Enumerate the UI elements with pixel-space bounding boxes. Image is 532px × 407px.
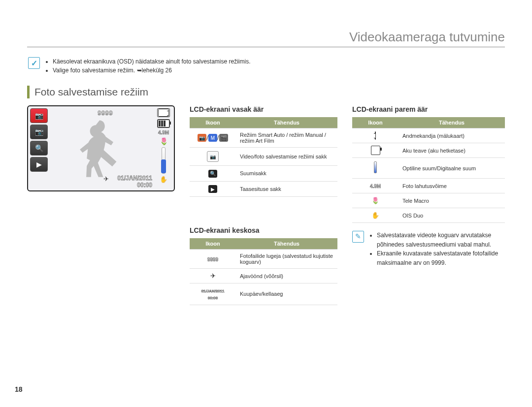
section-title: Foto salvestamise režiim	[34, 86, 148, 98]
card-icon	[157, 108, 170, 117]
lcd-right-strip: 4.9M 🌷 ✋	[155, 108, 172, 183]
battery-icon	[157, 119, 170, 128]
lcd-date: 01/JAN/2011	[117, 175, 152, 182]
cell-meaning: Fotofailide lugeja (salvestatud kujutist…	[236, 250, 337, 269]
cell-meaning: Taasesituse sakk	[236, 181, 337, 197]
battery-icon	[352, 143, 399, 158]
macro-icon: 🌷	[352, 193, 399, 208]
right-table: Ikoon Tähendus Andmekandja (mälukaart) A…	[352, 117, 505, 223]
lcd-left-tabs: 📷 📷 🔍 ▶	[30, 108, 47, 172]
timezone-icon: ✈	[190, 269, 236, 283]
th-meaning: Tähendus	[236, 238, 337, 250]
table-row: 9999 Fotofailide lugeja (salvestatud kuj…	[190, 250, 337, 269]
table-row: ▶ Taasesituse sakk	[190, 181, 337, 197]
content-columns: 📷 📷 🔍 ▶ 9999 4.9M 🌷 ✋	[27, 105, 505, 305]
page-number: 18	[15, 385, 23, 393]
datetime-icon: 01/JAN/2011 00:00	[190, 283, 236, 305]
table-row: ✋ OIS Duo	[352, 208, 505, 223]
bottom-note-item: Ekraanile kuvatavate salvestatavate foto…	[377, 249, 505, 267]
lcd-counter: 9999	[98, 109, 113, 117]
bottom-note-list: Salvestatavate videote koguarv arvutatak…	[369, 231, 505, 267]
table-row: Optiline suum/Digitaalne suum	[352, 158, 505, 179]
table-row: 4.9M Foto lahutusvõime	[352, 179, 505, 193]
lcd-time: 00:00	[137, 182, 152, 188]
cell-meaning: Andmekandja (mälukaart)	[399, 128, 505, 143]
ois-icon: ✋	[352, 208, 399, 223]
th-meaning: Tähendus	[236, 117, 337, 128]
table-row: 📷 Video/foto salvestamise režiimi sakk	[190, 148, 337, 166]
top-note-item: Valige foto salvestamise režiim. ➥lehekü…	[53, 66, 251, 75]
cell-meaning: Ajavöönd (võõrsil)	[236, 269, 337, 283]
table-row: 🌷 Tele Macro	[352, 193, 505, 208]
top-callout: ✓ Käesolevat ekraanikuva (OSD) näidataks…	[28, 57, 505, 75]
play-tab-icon: ▶	[190, 181, 236, 197]
table-row: Aku teave (aku hetketase)	[352, 143, 505, 158]
check-icon: ✓	[28, 57, 40, 69]
mode-triple-icon: 📷/M/🎬	[190, 128, 236, 148]
column-left: 📷 📷 🔍 ▶ 9999 4.9M 🌷 ✋	[27, 105, 175, 305]
bottom-note: ✎ Salvestatavate videote koguarv arvutat…	[352, 231, 505, 267]
table-row: Andmekandja (mälukaart)	[352, 128, 505, 143]
section-accent-bar	[27, 86, 30, 98]
record-tab-icon: 📷	[30, 125, 48, 139]
center-table: Ikoon Tähendus 9999 Fotofailide lugeja (…	[190, 238, 337, 305]
divider	[27, 47, 505, 47]
table-row: 01/JAN/2011 00:00 Kuupäev/kellaaeg	[190, 283, 337, 305]
counter-icon: 9999	[190, 250, 236, 269]
lcd-preview: 📷 📷 🔍 ▶ 9999 4.9M 🌷 ✋	[27, 105, 175, 191]
center-table-heading: LCD-ekraani keskosa	[190, 226, 337, 234]
th-icon: Ikoon	[190, 238, 236, 250]
ois-icon: ✋	[160, 176, 167, 183]
column-middle: LCD-ekraani vasak äär Ikoon Tähendus 📷/M…	[190, 105, 337, 305]
cell-meaning: OIS Duo	[399, 208, 505, 223]
cell-meaning: Suumisakk	[236, 166, 337, 182]
card-icon	[352, 128, 399, 143]
pencil-icon: ✎	[352, 231, 364, 243]
cell-meaning: Foto lahutusvõime	[399, 179, 505, 193]
table-row: 🔍 Suumisakk	[190, 166, 337, 182]
cell-meaning: Video/foto salvestamise režiimi sakk	[236, 148, 337, 166]
table-row: 📷/M/🎬 Režiim Smart Auto / režiim Manual …	[190, 128, 337, 148]
page: Videokaameraga tutvumine ✓ Käesolevat ek…	[0, 0, 532, 407]
zoom-tab-icon: 🔍	[30, 141, 48, 156]
top-note-list: Käesolevat ekraanikuva (OSD) näidatakse …	[53, 57, 251, 75]
left-table-heading: LCD-ekraani vasak äär	[190, 105, 337, 113]
play-tab-icon: ▶	[30, 157, 48, 172]
th-meaning: Tähendus	[399, 117, 505, 128]
cell-meaning: Aku teave (aku hetketase)	[399, 143, 505, 158]
cell-meaning: Tele Macro	[399, 193, 505, 208]
clock-icon: ✈	[103, 175, 109, 183]
column-right: LCD-ekraani parem äär Ikoon Tähendus And…	[352, 105, 505, 305]
table-row: ✈ Ajavöönd (võõrsil)	[190, 269, 337, 283]
resolution-label: 4.9M	[158, 130, 169, 135]
th-icon: Ikoon	[352, 117, 399, 128]
resolution-icon: 4.9M	[352, 179, 399, 193]
rec-tab-icon: 📷	[190, 148, 236, 166]
macro-icon: 🌷	[160, 137, 168, 145]
chapter-title: Videokaameraga tutvumine	[27, 30, 505, 45]
th-icon: Ikoon	[190, 117, 236, 128]
zoom-tab-icon: 🔍	[190, 166, 236, 182]
cell-meaning: Režiim Smart Auto / režiim Manual / reži…	[236, 128, 337, 148]
cell-meaning: Kuupäev/kellaaeg	[236, 283, 337, 305]
zoom-bar-icon	[162, 147, 166, 174]
left-table: Ikoon Tähendus 📷/M/🎬 Režiim Smart Auto /…	[190, 117, 337, 197]
zoombar-icon	[352, 158, 399, 179]
section-heading: Foto salvestamise režiim	[27, 86, 505, 98]
cell-meaning: Optiline suum/Digitaalne suum	[399, 158, 505, 179]
right-table-heading: LCD-ekraani parem äär	[352, 105, 505, 113]
top-note-item: Käesolevat ekraanikuva (OSD) näidatakse …	[53, 57, 251, 66]
mode-tab-icon: 📷	[30, 108, 48, 123]
bottom-note-item: Salvestatavate videote koguarv arvutatak…	[377, 231, 505, 249]
